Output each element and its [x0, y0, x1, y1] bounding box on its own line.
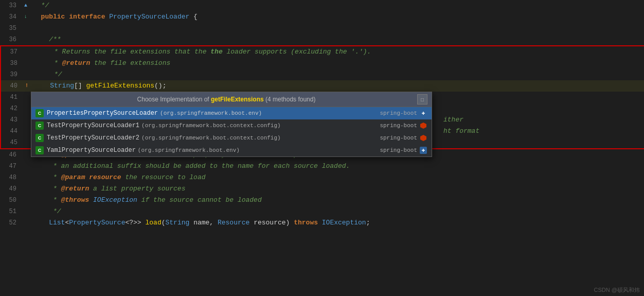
popup-item-3-classname: YamlPropertySourceLoader: [47, 147, 136, 154]
line-number-45: 45: [1, 137, 22, 148]
line-number-51: 51: [0, 206, 21, 217]
watermark: CSDN @硕风和炜: [594, 286, 640, 294]
popup-title-suffix: (4 methods found): [264, 96, 316, 103]
line-content-39: */: [32, 69, 634, 80]
popup-item-3[interactable]: C YamlPropertySourceLoader (org.springfr…: [31, 144, 432, 156]
line-content-36: /**: [31, 34, 634, 45]
code-line-49: 49 * @return a list property sources: [0, 183, 644, 195]
line-content-49: * @return a list property sources: [31, 183, 634, 195]
popup-item-3-package: (org.springframework.boot.env): [138, 147, 240, 153]
line-content-38: * @return the file extensions: [32, 58, 634, 69]
code-line-48: 48 * @param resource the resource to loa…: [0, 172, 644, 183]
line-number-43: 43: [1, 114, 22, 126]
line-content-33: */: [31, 0, 634, 11]
code-line-47: 47 * an additional suffix should be adde…: [0, 161, 644, 172]
line-content-47: * an additional suffix should be added t…: [31, 161, 634, 172]
popup-item-2[interactable]: C TestPropertySourceLoader2 (org.springf…: [31, 132, 432, 144]
line-number-46: 46: [0, 149, 21, 161]
popup-item-2-module-icon: [419, 134, 427, 142]
code-line-52: 52 List<PropertySource<?>> load(String n…: [0, 217, 644, 229]
popup-item-0-package: (org.springframework.boot.env): [160, 110, 262, 116]
popup-item-1-package: (org.springframework.boot.context.config…: [141, 123, 281, 129]
line-number-35: 35: [0, 23, 21, 34]
popup-item-2-icon: C: [35, 134, 44, 142]
popup-item-1[interactable]: C TestPropertySourceLoader1 (org.springf…: [31, 119, 432, 132]
popup-title-prefix: Choose Implementation of: [137, 96, 211, 103]
line-content-40: String[] getFileExtensions();: [32, 80, 634, 92]
popup-item-1-icon: C: [35, 121, 44, 130]
popup-title: Choose Implementation of getFileExtensio…: [35, 96, 417, 103]
line-number-41: 41: [1, 92, 22, 103]
line-number-48: 48: [0, 172, 21, 183]
line-number-40: 40: [1, 80, 22, 92]
implementation-popup[interactable]: Choose Implementation of getFileExtensio…: [31, 92, 432, 157]
code-line-37: 37 * Returns the file extensions that th…: [0, 45, 644, 58]
line-number-33: 33: [0, 0, 21, 11]
popup-item-2-classname: TestPropertySourceLoader2: [47, 134, 139, 142]
editor-container: 33 ▲ */ 34 ↓ public interface PropertySo…: [0, 0, 644, 296]
code-area: 33 ▲ */ 34 ↓ public interface PropertySo…: [0, 0, 644, 296]
svg-marker-3: [420, 123, 426, 129]
line-content-37: * Returns the file extensions that the t…: [32, 46, 634, 58]
line-number-52: 52: [0, 217, 21, 229]
line-content-48: * @param resource the resource to load: [31, 172, 634, 183]
line-content-51: */: [31, 206, 634, 217]
line-number-50: 50: [0, 195, 21, 206]
code-line-35: 35: [0, 23, 644, 34]
line-number-39: 39: [1, 69, 22, 80]
code-line-38: 38 * @return the file extensions: [0, 58, 644, 69]
code-line-40: 40 ! String[] getFileExtensions();: [0, 80, 644, 92]
line-number-38: 38: [1, 58, 22, 69]
code-line-34: 34 ↓ public interface PropertySourceLoad…: [0, 11, 644, 23]
popup-item-3-module: spring-boot: [380, 146, 427, 154]
popup-item-1-classname: TestPropertySourceLoader1: [47, 122, 139, 129]
line-content-34: public interface PropertySourceLoader {: [31, 11, 634, 23]
popup-item-3-icon: C: [35, 146, 44, 154]
svg-marker-4: [420, 135, 426, 141]
popup-item-0-module: spring-boot: [380, 109, 427, 117]
line-number-47: 47: [0, 161, 21, 172]
popup-implementation-list: C PropertiesPropertySourceLoader (org.sp…: [31, 107, 432, 156]
popup-item-0-classname: PropertiesPropertySourceLoader: [47, 110, 158, 117]
line-number-34: 34: [0, 11, 21, 23]
popup-expand-button[interactable]: □: [417, 94, 427, 105]
line-number-49: 49: [0, 183, 21, 195]
popup-item-0-module-icon: [419, 109, 427, 117]
line-number-36: 36: [0, 34, 21, 45]
popup-item-2-module: spring-boot: [380, 134, 427, 142]
popup-item-2-package: (org.springframework.boot.context.config…: [141, 135, 281, 141]
code-line-39: 39 */: [0, 69, 644, 80]
line-number-42: 42: [1, 103, 22, 114]
line-gutter-34: ↓: [21, 11, 31, 23]
popup-item-3-module-icon: [419, 146, 427, 154]
line-gutter-40: !: [22, 80, 32, 92]
line-number-37: 37: [1, 46, 22, 58]
code-line-50: 50 * @throws IOException if the source c…: [0, 195, 644, 206]
code-line-33: 33 ▲ */: [0, 0, 644, 11]
popup-item-1-module: spring-boot: [380, 121, 427, 130]
line-content-52: List<PropertySource<?>> load(String name…: [31, 217, 634, 229]
line-gutter-33: ▲: [21, 0, 31, 11]
code-line-36: 36 /**: [0, 34, 644, 45]
popup-header: Choose Implementation of getFileExtensio…: [31, 92, 432, 107]
code-line-51: 51 */: [0, 206, 644, 217]
popup-method-name: getFileExtensions: [211, 96, 264, 103]
popup-item-1-module-icon: [419, 121, 427, 130]
popup-item-0-icon: C: [35, 109, 44, 117]
line-content-50: * @throws IOException if the source cann…: [31, 195, 634, 206]
line-number-44: 44: [1, 126, 22, 137]
popup-item-0[interactable]: C PropertiesPropertySourceLoader (org.sp…: [31, 107, 432, 119]
